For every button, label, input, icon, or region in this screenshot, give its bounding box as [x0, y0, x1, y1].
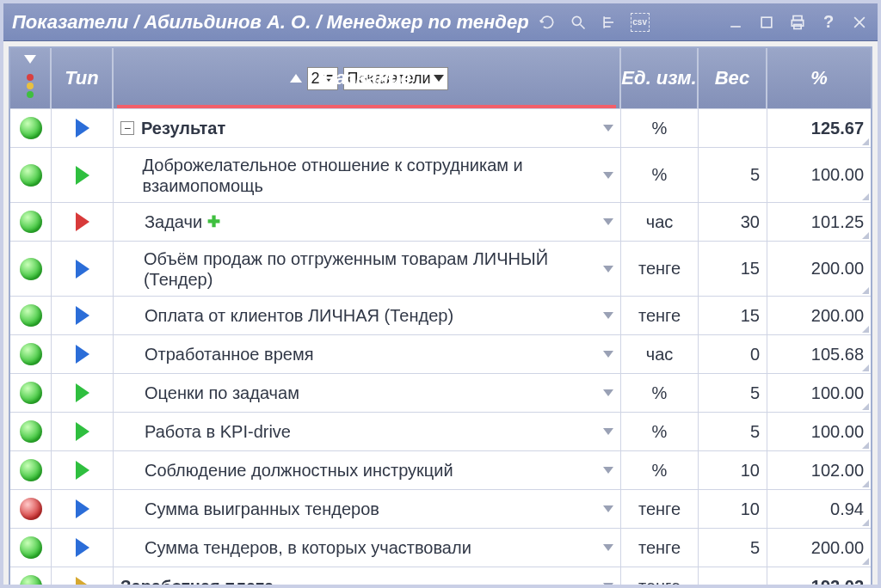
play-icon — [76, 499, 89, 518]
chevron-down-icon[interactable] — [603, 583, 613, 588]
close-icon[interactable] — [850, 13, 869, 32]
table-row[interactable]: Заработная плататенге192.02 — [10, 567, 871, 588]
chevron-down-icon[interactable] — [603, 467, 613, 474]
chevron-down-icon[interactable] — [603, 428, 613, 435]
unit-label: тенге — [638, 259, 681, 279]
weight-cell — [699, 109, 767, 147]
table-row[interactable]: Задачи✚час30101.25 — [10, 202, 871, 241]
minimize-icon[interactable] — [726, 13, 745, 32]
weight-cell: 30 — [699, 203, 767, 241]
status-light-icon — [20, 211, 42, 233]
collapse-toggle[interactable]: − — [120, 121, 134, 135]
search-icon[interactable] — [569, 13, 588, 32]
table-row[interactable]: −Результат%125.67 — [10, 108, 871, 147]
header-status[interactable] — [10, 48, 52, 108]
maximize-icon[interactable] — [757, 13, 776, 32]
percent-value: 100.00 — [811, 383, 864, 403]
table-row[interactable]: Объём продаж по отгруженным товарам ЛИЧН… — [10, 241, 871, 296]
row-name-label: Сумма выигранных тендеров — [145, 499, 379, 519]
resize-corner-icon — [862, 232, 869, 239]
resize-corner-icon — [862, 138, 869, 145]
name-cell[interactable]: Объём продаж по отгруженным товарам ЛИЧН… — [114, 242, 621, 296]
header-row: Тип 2 Показатели Название Ед. изм. Вес — [10, 48, 871, 108]
percent-cell: 200.00 — [767, 242, 871, 296]
percent-cell: 101.25 — [767, 203, 871, 241]
play-icon — [76, 260, 89, 279]
data-grid: Тип 2 Показатели Название Ед. изм. Вес — [9, 46, 872, 588]
header-weight[interactable]: Вес — [699, 48, 767, 108]
name-cell[interactable]: Доброжелательное отношение к сотрудникам… — [114, 148, 621, 202]
unit-label: % — [652, 119, 668, 138]
name-cell[interactable]: Заработная плата — [114, 567, 621, 588]
name-cell[interactable]: Задачи✚ — [114, 203, 621, 241]
name-cell[interactable]: Работа в KPI-drive — [114, 413, 621, 450]
chevron-down-icon[interactable] — [603, 218, 613, 225]
weight-cell: 5 — [699, 374, 767, 412]
status-light-icon — [20, 343, 42, 365]
name-cell[interactable]: Оценки по задачам — [114, 374, 621, 412]
unit-label: тенге — [638, 577, 681, 589]
unit-label: % — [652, 461, 668, 481]
play-icon — [76, 461, 89, 480]
resize-corner-icon — [862, 442, 869, 449]
table-row[interactable]: Работа в KPI-drive%5100.00 — [10, 412, 871, 450]
chevron-down-icon[interactable] — [603, 505, 613, 512]
csv-icon[interactable]: csv — [631, 13, 650, 32]
header-unit[interactable]: Ед. изм. — [621, 48, 699, 108]
chevron-down-icon[interactable] — [603, 125, 613, 132]
header-type[interactable]: Тип — [52, 48, 114, 108]
name-cell[interactable]: −Результат — [114, 109, 621, 147]
chevron-down-icon — [434, 75, 444, 82]
svg-rect-7 — [761, 17, 772, 28]
name-cell[interactable]: Сумма выигранных тендеров — [114, 490, 621, 528]
table-row[interactable]: Оценки по задачам%5100.00 — [10, 373, 871, 412]
percent-value: 100.00 — [811, 165, 864, 185]
tree-icon[interactable] — [600, 13, 619, 32]
play-icon — [76, 212, 89, 231]
status-cell — [10, 109, 52, 147]
percent-value: 101.25 — [811, 212, 864, 232]
table-row[interactable]: Сумма тендеров, в которых участвовалитен… — [10, 528, 871, 567]
weight-value: 10 — [741, 461, 760, 481]
plus-icon[interactable]: ✚ — [207, 212, 220, 231]
table-row[interactable]: Доброжелательное отношение к сотрудникам… — [10, 147, 871, 202]
svg-line-1 — [580, 24, 584, 28]
refresh-icon[interactable] — [538, 13, 557, 32]
weight-value: 10 — [741, 499, 760, 519]
play-icon — [76, 383, 89, 402]
status-cell — [10, 242, 52, 296]
status-light-icon — [20, 164, 42, 187]
row-name-label: Заработная плата — [120, 576, 274, 588]
chevron-down-icon[interactable] — [603, 389, 613, 396]
chevron-down-icon[interactable] — [603, 266, 613, 273]
chevron-down-icon[interactable] — [603, 312, 613, 319]
chevron-down-icon[interactable] — [603, 351, 613, 358]
print-icon[interactable] — [788, 13, 807, 32]
weight-value: 5 — [750, 422, 760, 442]
percent-cell: 102.00 — [767, 451, 871, 489]
table-row[interactable]: Сумма выигранных тендеровтенге100.94 — [10, 489, 871, 528]
percent-cell: 105.68 — [767, 335, 871, 373]
percent-value: 200.00 — [811, 259, 864, 279]
unit-label: час — [646, 212, 674, 232]
table-row[interactable]: Оплата от клиентов ЛИЧНАЯ (Тендер)тенге1… — [10, 296, 871, 334]
sort-asc-icon[interactable] — [290, 74, 302, 83]
status-cell — [10, 148, 52, 202]
percent-cell: 100.00 — [767, 413, 871, 450]
toolbar: csv ? — [538, 13, 869, 32]
percent-value: 192.02 — [811, 577, 864, 589]
name-cell[interactable]: Соблюдение должностных инструкций — [114, 451, 621, 489]
resize-corner-icon — [862, 364, 869, 371]
name-cell[interactable]: Оплата от клиентов ЛИЧНАЯ (Тендер) — [114, 297, 621, 334]
weight-cell: 0 — [699, 335, 767, 373]
header-percent[interactable]: % — [767, 48, 871, 108]
table-row[interactable]: Отработанное времячас0105.68 — [10, 334, 871, 373]
chevron-down-icon[interactable] — [603, 172, 613, 179]
name-cell[interactable]: Отработанное время — [114, 335, 621, 373]
name-cell[interactable]: Сумма тендеров, в которых участвовали — [114, 529, 621, 567]
table-row[interactable]: Соблюдение должностных инструкций%10102.… — [10, 450, 871, 489]
help-icon[interactable]: ? — [819, 13, 838, 32]
unit-cell: тенге — [621, 242, 699, 296]
chevron-down-icon[interactable] — [603, 544, 613, 551]
weight-value: 5 — [750, 538, 760, 558]
